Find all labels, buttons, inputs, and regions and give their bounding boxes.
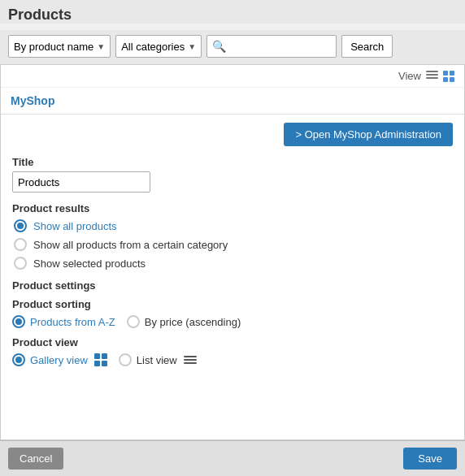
radio-price[interactable]: By price (ascending) (127, 315, 241, 328)
category-arrow-icon: ▼ (188, 42, 196, 51)
radio-gallery[interactable]: Gallery view (12, 353, 107, 366)
radio-show-selected[interactable]: Show selected products (14, 257, 453, 270)
radio-az-control[interactable] (12, 315, 25, 328)
search-icon: 🔍 (207, 40, 231, 53)
list-view-icon[interactable] (426, 71, 438, 81)
product-view-label: Product view (12, 336, 453, 348)
view-row: View (1, 65, 464, 88)
view-label: View (398, 70, 421, 82)
radio-show-category-control[interactable] (14, 238, 27, 251)
cancel-button[interactable]: Cancel (8, 448, 63, 470)
search-input[interactable] (231, 41, 336, 53)
radio-show-category[interactable]: Show all products from a certain categor… (14, 238, 453, 251)
radio-show-selected-control[interactable] (14, 257, 27, 270)
title-label: Title (12, 156, 453, 168)
main-content: View MyShop > Open MyShop Administration… (0, 64, 465, 440)
product-results-heading: Product results (12, 202, 453, 214)
radio-list-label: List view (137, 354, 177, 366)
radio-show-all[interactable]: Show all products (14, 219, 453, 232)
search-button[interactable]: Search (341, 35, 393, 58)
radio-list[interactable]: List view (119, 353, 197, 366)
radio-gallery-control[interactable] (12, 353, 25, 366)
filter-arrow-icon: ▼ (97, 42, 105, 51)
save-button[interactable]: Save (403, 448, 457, 470)
shop-name[interactable]: MyShop (11, 94, 54, 107)
title-field-group: Title (12, 156, 453, 193)
search-row: By product name ▼ All categories ▼ 🔍 Sea… (0, 30, 465, 64)
radio-az-label: Products from A-Z (30, 316, 115, 328)
title-input[interactable] (12, 171, 150, 193)
radio-show-category-label: Show all products from a certain categor… (33, 239, 228, 251)
sorting-radio-row: Products from A-Z By price (ascending) (12, 315, 453, 328)
bottom-bar: Cancel Save (0, 440, 465, 476)
gallery-icon (94, 353, 107, 366)
radio-price-control[interactable] (127, 315, 140, 328)
open-admin-button[interactable]: > Open MyShop Administration (284, 123, 453, 146)
category-dropdown[interactable]: All categories ▼ (115, 35, 202, 58)
product-results-group: Show all products Show all products from… (14, 219, 453, 270)
radio-az[interactable]: Products from A-Z (12, 315, 115, 328)
page-title: Products (0, 0, 465, 24)
shop-section: MyShop (1, 88, 464, 115)
radio-gallery-label: Gallery view (30, 354, 88, 366)
product-settings-heading: Product settings (12, 279, 453, 292)
filter-label: By product name (14, 41, 93, 53)
view-radio-row: Gallery view List view (12, 353, 453, 366)
radio-show-all-label: Show all products (33, 220, 117, 232)
admin-btn-row: > Open MyShop Administration (12, 123, 453, 153)
list-icon (184, 354, 197, 366)
product-sorting-label: Product sorting (12, 298, 453, 310)
grid-view-icon[interactable] (443, 71, 454, 82)
filter-dropdown[interactable]: By product name ▼ (8, 35, 111, 58)
radio-show-selected-label: Show selected products (33, 257, 146, 270)
search-input-wrap: 🔍 (206, 35, 337, 58)
radio-list-control[interactable] (119, 353, 132, 366)
config-section: > Open MyShop Administration Title Produ… (1, 115, 464, 439)
category-label: All categories (121, 41, 185, 53)
page-wrapper: Products By product name ▼ All categorie… (0, 0, 465, 476)
radio-show-all-control[interactable] (14, 219, 27, 232)
radio-price-label: By price (ascending) (145, 316, 241, 328)
